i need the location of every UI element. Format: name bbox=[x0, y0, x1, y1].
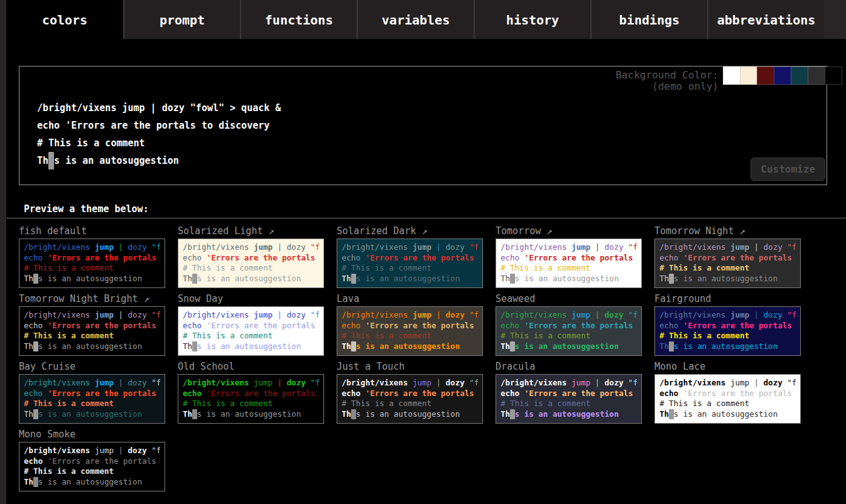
theme-card-bay-cruise[interactable]: Bay Cruise/bright/vixens jump | dozy "fo… bbox=[19, 360, 165, 428]
demo-comment-line: # This is a comment bbox=[659, 331, 796, 341]
theme-card-old-school[interactable]: Old School/bright/vixens jump | dozy "fo… bbox=[178, 360, 324, 428]
demo-autosuggestion-line: This is an autosuggestion bbox=[501, 409, 637, 420]
theme-card-mono-smoke[interactable]: Mono Smoke/bright/vixens jump | dozy "fo… bbox=[19, 428, 165, 496]
demo-autosuggestion-line: This is an autosuggestion bbox=[659, 274, 796, 284]
demo-comment-line: # This is a comment bbox=[24, 466, 160, 477]
demo-error-line: echo 'Errors are the portals to discover… bbox=[659, 253, 796, 264]
demo-autosuggestion-line: This is an autosuggestion bbox=[501, 274, 637, 284]
theme-title: Seaweed bbox=[496, 292, 642, 306]
theme-preview: /bright/vixens jump | dozy "fowl" > quac… bbox=[19, 239, 165, 288]
theme-preview: /bright/vixens jump | dozy "fowl" > quac… bbox=[19, 306, 165, 356]
bg-swatch-dark-red[interactable] bbox=[757, 67, 774, 85]
theme-preview: /bright/vixens jump | dozy "fowl" > quac… bbox=[337, 306, 483, 356]
demo-error-line: echo 'Errors are the portals to discover… bbox=[24, 389, 160, 399]
customize-button[interactable]: Customize bbox=[751, 158, 825, 181]
tab-variables[interactable]: variables bbox=[357, 0, 474, 39]
theme-title: Mono Lace bbox=[654, 360, 801, 374]
theme-card-seaweed[interactable]: Seaweed/bright/vixens jump | dozy "fowl"… bbox=[496, 292, 642, 360]
theme-preview: /bright/vixens jump | dozy "fowl" > quac… bbox=[178, 306, 324, 356]
theme-preview: /bright/vixens jump | dozy "fowl" > quac… bbox=[654, 374, 801, 424]
theme-title: Mono Smoke bbox=[19, 428, 165, 442]
demo-comment-line: # This is a comment bbox=[659, 399, 796, 409]
demo-error-line: echo 'Errors are the portals to discover… bbox=[24, 456, 160, 467]
demo-autosuggestion-line: This is an autosuggestion bbox=[342, 409, 478, 420]
demo-autosuggestion-line: This is an autosuggestion bbox=[24, 477, 160, 488]
demo-error-line: echo 'Errors are the portals to discover… bbox=[24, 253, 160, 264]
theme-preview: /bright/vixens jump | dozy "fowl" > quac… bbox=[19, 442, 165, 491]
section-divider bbox=[6, 218, 846, 218]
theme-card-tomorrow-night-bright[interactable]: Tomorrow Night Bright ↗/bright/vixens ju… bbox=[19, 292, 165, 360]
text-cursor: i bbox=[33, 477, 38, 488]
demo-autosuggestion-line: This is an autosuggestion bbox=[37, 152, 281, 169]
tab-functions[interactable]: functions bbox=[240, 0, 357, 39]
tab-prompt[interactable]: prompt bbox=[123, 0, 240, 39]
text-cursor: i bbox=[192, 341, 197, 352]
theme-card-tomorrow[interactable]: Tomorrow ↗/bright/vixens jump | dozy "fo… bbox=[496, 225, 642, 292]
theme-card-solarized-light[interactable]: Solarized Light ↗/bright/vixens jump | d… bbox=[178, 225, 324, 292]
demo-comment-line: # This is a comment bbox=[24, 331, 160, 341]
demo-error-line: echo 'Errors are the portals to discover… bbox=[183, 253, 319, 264]
demo-command-line: /bright/vixens jump | dozy "fowl" > quac… bbox=[659, 310, 796, 321]
demo-comment-line: # This is a comment bbox=[183, 331, 319, 341]
demo-command-line: /bright/vixens jump | dozy "fowl" > quac… bbox=[24, 310, 160, 321]
theme-preview: /bright/vixens jump | dozy "fowl" > quac… bbox=[337, 239, 483, 288]
theme-title: Tomorrow ↗ bbox=[496, 225, 642, 239]
text-cursor: i bbox=[669, 409, 674, 420]
bg-swatch-black[interactable] bbox=[825, 67, 842, 85]
bg-swatch-cream[interactable] bbox=[740, 67, 757, 85]
theme-card-dracula[interactable]: Dracula/bright/vixens jump | dozy "fowl"… bbox=[496, 360, 642, 428]
terminal-preview-panel: Background Color:(demo only) /bright/vix… bbox=[19, 66, 827, 185]
demo-comment-line: # This is a comment bbox=[342, 263, 478, 274]
text-cursor: i bbox=[510, 409, 515, 420]
theme-card-fairground[interactable]: Fairground/bright/vixens jump | dozy "fo… bbox=[654, 292, 801, 360]
demo-error-line: echo 'Errors are the portals to discover… bbox=[24, 321, 160, 331]
demo-command-line: /bright/vixens jump | dozy "fowl" > quac… bbox=[24, 446, 160, 456]
theme-title: Snow Day bbox=[178, 292, 324, 306]
demo-command-line: /bright/vixens jump | dozy "fowl" > quac… bbox=[501, 242, 637, 253]
demo-command-line: /bright/vixens jump | dozy "fowl" > quac… bbox=[501, 310, 637, 321]
theme-card-fish-default[interactable]: fish default/bright/vixens jump | dozy "… bbox=[19, 225, 165, 292]
external-link-icon: ↗ bbox=[138, 293, 149, 304]
theme-title: Dracula bbox=[496, 360, 642, 374]
demo-comment-line: # This is a comment bbox=[501, 263, 637, 274]
demo-command-line: /bright/vixens jump | dozy "fowl" > quac… bbox=[183, 310, 319, 321]
text-cursor: i bbox=[351, 409, 356, 420]
theme-card-mono-lace[interactable]: Mono Lace/bright/vixens jump | dozy "fow… bbox=[654, 360, 801, 428]
tab-colors[interactable]: colors bbox=[6, 0, 123, 39]
bg-swatch-navy[interactable] bbox=[774, 67, 791, 85]
background-color-label: Background Color:(demo only) bbox=[616, 70, 719, 92]
external-link-icon: ↗ bbox=[734, 225, 745, 237]
tab-history[interactable]: history bbox=[474, 0, 590, 39]
demo-comment-line: # This is a comment bbox=[501, 331, 637, 341]
tab-abbreviations[interactable]: abbreviations bbox=[707, 0, 824, 39]
theme-card-tomorrow-night[interactable]: Tomorrow Night ↗/bright/vixens jump | do… bbox=[654, 225, 801, 292]
external-link-icon: ↗ bbox=[416, 225, 427, 237]
theme-card-snow-day[interactable]: Snow Day/bright/vixens jump | dozy "fowl… bbox=[178, 292, 324, 360]
text-cursor: i bbox=[669, 341, 674, 352]
background-color-label-line2: (demo only) bbox=[652, 80, 719, 92]
tab-bindings[interactable]: bindings bbox=[590, 0, 707, 39]
demo-command-line: /bright/vixens jump | dozy "fowl" > quac… bbox=[183, 378, 319, 389]
text-cursor: i bbox=[192, 274, 197, 284]
bg-swatch-dark-gray[interactable] bbox=[808, 67, 825, 85]
demo-error-line: echo 'Errors are the portals to discover… bbox=[342, 321, 478, 331]
bg-swatch-white[interactable] bbox=[723, 67, 740, 85]
bg-swatch-dark-teal[interactable] bbox=[791, 67, 808, 85]
theme-card-just-a-touch[interactable]: Just a Touch/bright/vixens jump | dozy "… bbox=[337, 360, 483, 428]
demo-autosuggestion-line: This is an autosuggestion bbox=[183, 409, 319, 420]
theme-card-solarized-dark[interactable]: Solarized Dark ↗/bright/vixens jump | do… bbox=[337, 225, 483, 292]
theme-card-lava[interactable]: Lava/bright/vixens jump | dozy "fowl" > … bbox=[337, 292, 483, 360]
colors-panel: Background Color:(demo only) /bright/vix… bbox=[6, 39, 846, 504]
external-link-icon: ↗ bbox=[263, 225, 274, 237]
demo-error-line: echo 'Errors are the portals to discover… bbox=[342, 253, 478, 264]
theme-title: Bay Cruise bbox=[19, 360, 165, 374]
theme-preview: /bright/vixens jump | dozy "fowl" > quac… bbox=[496, 306, 642, 356]
demo-comment-line: # This is a comment bbox=[24, 399, 160, 409]
demo-autosuggestion-line: This is an autosuggestion bbox=[24, 274, 160, 284]
text-cursor: i bbox=[669, 274, 674, 284]
demo-comment-line: # This is a comment bbox=[183, 263, 319, 274]
text-cursor: i bbox=[510, 341, 515, 352]
demo-error-line: echo 'Errors are the portals to discover… bbox=[37, 117, 281, 134]
theme-title: Lava bbox=[337, 292, 483, 306]
theme-preview: /bright/vixens jump | dozy "fowl" > quac… bbox=[19, 374, 165, 424]
